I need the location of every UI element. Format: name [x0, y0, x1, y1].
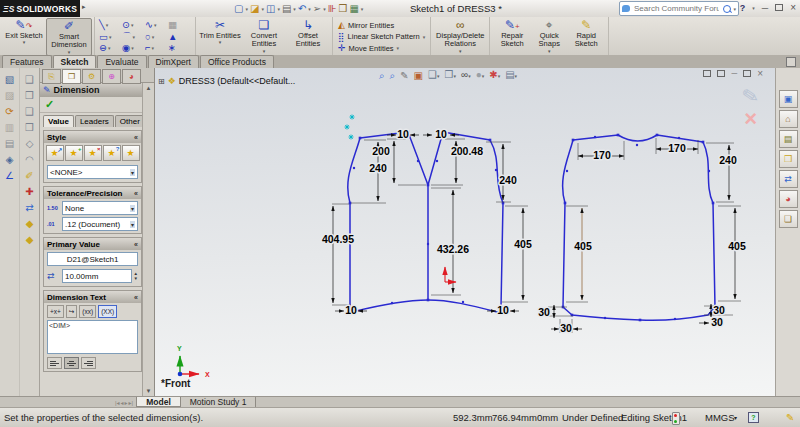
tab-leaders[interactable]: Leaders [75, 115, 114, 127]
convert-entities-button[interactable]: ❏ Convert Entities ▾ [242, 18, 286, 54]
ok-check-icon[interactable]: ✓ [45, 98, 54, 111]
new-document-icon[interactable]: ▢ [234, 4, 243, 14]
design-library-icon[interactable]: ⌂ [779, 110, 798, 128]
dimxpert-tab-icon[interactable]: ⊕ [102, 69, 121, 84]
options-dropdown-icon[interactable]: ▾ [361, 6, 364, 12]
linear-pattern-button[interactable]: ⣿ Linear Sketch Pattern ▾ [338, 32, 425, 42]
collapse-chevron-icon[interactable]: « [134, 294, 138, 301]
view-palette-icon[interactable]: ❒ [779, 150, 798, 168]
rotate-view-icon[interactable]: ⟳ [5, 106, 13, 117]
swap-tool-icon[interactable]: ⇄ [25, 202, 33, 213]
value-swap-icon[interactable]: ⇄ [47, 271, 60, 281]
custom-properties-icon[interactable]: ❏ [779, 210, 798, 228]
tag-icon[interactable]: ✎ [786, 412, 794, 423]
style-select[interactable]: <NONE> ▾ [47, 165, 138, 179]
trim-entities-button[interactable]: ✂ Trim Entities ▾ [198, 18, 242, 45]
tab-sketch[interactable]: Sketch [53, 55, 97, 68]
point-tool-icon[interactable]: ∗ [168, 43, 191, 53]
tab-office-products[interactable]: Office Products [200, 55, 274, 68]
scroll-down-icon[interactable]: ▼ [146, 388, 152, 394]
exit-sketch-dropdown-icon[interactable]: ▾ [2, 40, 46, 45]
quick-tips-icon[interactable]: ? [748, 412, 759, 423]
circle-tool-icon[interactable]: ⊙▾ [122, 20, 145, 30]
relations-dropdown-icon[interactable]: ▾ [433, 49, 487, 54]
mirror-entities-button[interactable]: ◭ Mirror Entities [338, 20, 425, 30]
new-dropdown-icon[interactable]: ▾ [245, 6, 248, 12]
panel-scrollbar[interactable]: ▲ ▼ [142, 83, 154, 396]
file-explorer-icon[interactable]: ▤ [779, 130, 798, 148]
first-tab-icon[interactable]: |◂ [115, 399, 120, 406]
front-view-icon[interactable]: ❑ [25, 74, 34, 85]
undo-dropdown-icon[interactable]: ▾ [308, 6, 311, 12]
print-icon[interactable]: ▤ [282, 4, 291, 14]
tolerance-arrow-icon[interactable]: ▾ [130, 205, 135, 212]
arc-tool-icon[interactable]: ⌒▾ [122, 32, 145, 42]
unit-system[interactable]: MMGS [705, 412, 735, 423]
exit-sketch-button[interactable]: ✎↷ Exit Sketch ▾ [2, 18, 46, 45]
collapse-chevron-icon[interactable]: « [134, 134, 138, 141]
back-view-icon[interactable]: ❒ [25, 90, 34, 101]
convert-dropdown-icon[interactable]: ▾ [242, 49, 286, 54]
add-text-button[interactable]: +x+ [47, 305, 64, 318]
panel-toggle-icon[interactable] [786, 57, 796, 67]
point-circle-tool-icon[interactable]: ◉▾ [122, 43, 145, 53]
close-icon[interactable]: × [790, 2, 796, 13]
tab-scroll-buttons[interactable]: |◂ ◂ ▸ ▸| [112, 397, 136, 407]
viewport-tool-icon[interactable]: ▨ [5, 90, 14, 101]
next-tab-icon[interactable]: ▸ [125, 399, 128, 406]
line-tool-icon[interactable]: ╲▾ [99, 20, 122, 30]
search-icon[interactable] [723, 5, 731, 13]
model-tab[interactable]: Model [136, 397, 181, 407]
restore-icon[interactable] [775, 4, 783, 11]
precision-arrow-icon[interactable]: ▾ [130, 221, 135, 228]
smart-dimension-dropdown-icon[interactable]: ▾ [47, 50, 91, 55]
appearance-tool-icon[interactable]: ◆ [26, 218, 34, 229]
help-icon[interactable]: ? [740, 3, 746, 13]
load-style-button[interactable]: ★ [122, 145, 140, 161]
resources-icon[interactable]: ▣ [779, 90, 798, 108]
configuration-tab-icon[interactable]: ⚙ [82, 69, 101, 84]
tab-other[interactable]: Other [115, 115, 145, 127]
scene-tool-icon[interactable]: ◆ [26, 234, 34, 245]
rebuild-icon[interactable]: ⊪ [328, 4, 337, 14]
last-tab-icon[interactable]: ▸| [129, 399, 134, 406]
tab-evaluate[interactable]: Evaluate [97, 55, 146, 68]
style-select-arrow-icon[interactable]: ▾ [130, 169, 135, 176]
open-icon[interactable]: ◪ [250, 4, 259, 14]
add-style-button[interactable]: ★+ [65, 145, 83, 161]
ellipse-tool-icon[interactable]: ○▾ [145, 32, 168, 42]
tolerance-select[interactable]: None ▾ [62, 201, 138, 215]
align-right-button[interactable] [81, 357, 96, 369]
help-dropdown-icon[interactable]: ▾ [752, 5, 755, 11]
spline-tool-icon[interactable]: ∿▾ [145, 20, 168, 30]
value-spinner[interactable]: ▲▼ [134, 271, 138, 281]
lock-view-icon[interactable]: ◈ [6, 154, 14, 165]
scenes-icon[interactable]: ◕ [779, 190, 798, 208]
units-dropdown-icon[interactable]: ▾ [734, 414, 737, 421]
move-entities-dropdown-icon[interactable]: ▾ [397, 45, 400, 51]
open-dropdown-icon[interactable]: ▾ [261, 6, 264, 12]
select-icon[interactable]: ➢ [313, 4, 321, 14]
property-manager-tab-icon[interactable]: ❒ [62, 69, 81, 84]
fillet-tool-icon[interactable]: ⌐▾ [145, 43, 168, 53]
viewport-tool-icon[interactable]: ▧ [5, 74, 14, 85]
select-dropdown-icon[interactable]: ▾ [323, 6, 326, 12]
smart-dimension-button[interactable]: ✐ Smart Dimension ▾ [46, 18, 92, 56]
precision-select[interactable]: .12 (Document) ▾ [62, 217, 138, 231]
right-view-icon[interactable]: ❒ [25, 122, 34, 133]
prev-tab-icon[interactable]: ◂ [121, 399, 124, 406]
sketch-relations-icon[interactable]: ∠ [5, 170, 14, 181]
align-left-button[interactable] [47, 357, 62, 369]
trim-dropdown-icon[interactable]: ▾ [198, 40, 242, 45]
dimension-value-field[interactable]: 10.00mm [62, 269, 132, 283]
undo-icon[interactable]: ↶ [298, 4, 306, 14]
dimension-name-field[interactable]: D21@Sketch1 [47, 252, 138, 266]
search-dropdown-icon[interactable]: ▾ [733, 6, 736, 12]
graphics-viewport[interactable]: ⌕ ⌕ ✎ ▣ ❑▾ ❒▾ ∞▾ ●▾ ✱▾ ▤▾ ─ × ⊞ ❖ DRESS3… [155, 68, 775, 396]
feature-tree-tab-icon[interactable]: ⎘ [42, 69, 61, 84]
sketch-tool-icon[interactable]: ✐ [25, 170, 33, 181]
menu-expand-icon[interactable]: ▸ [82, 3, 86, 11]
pan-view-icon[interactable]: ▥ [5, 122, 14, 133]
linear-pattern-dropdown-icon[interactable]: ▾ [423, 34, 426, 40]
tab-dimxpert[interactable]: DimXpert [148, 55, 199, 68]
